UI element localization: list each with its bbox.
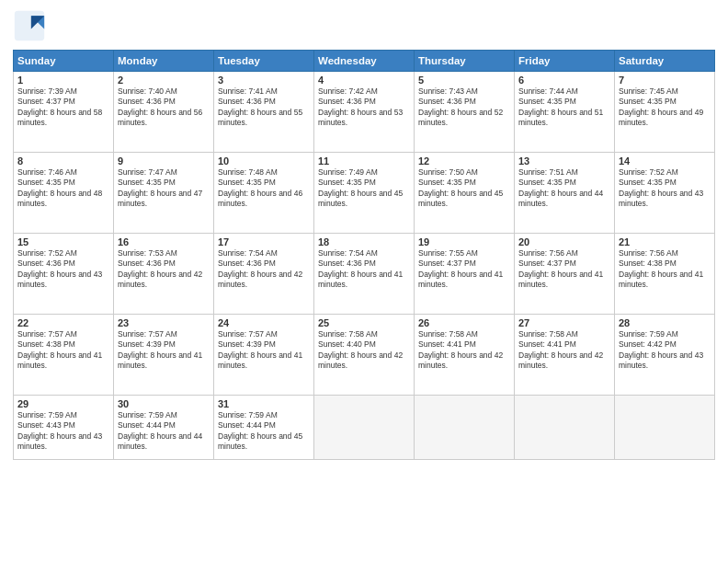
weekday-header-row: Sunday Monday Tuesday Wednesday Thursday…: [14, 51, 715, 72]
table-row: 28Sunrise: 7:59 AMSunset: 4:42 PMDayligh…: [615, 315, 715, 396]
day-info: Sunrise: 7:58 AMSunset: 4:41 PMDaylight:…: [418, 329, 510, 372]
table-row: 4Sunrise: 7:42 AMSunset: 4:36 PMDaylight…: [314, 72, 415, 153]
day-info: Sunrise: 7:59 AMSunset: 4:43 PMDaylight:…: [17, 410, 109, 453]
day-info: Sunrise: 7:47 AMSunset: 4:35 PMDaylight:…: [118, 167, 210, 210]
day-number: 27: [518, 317, 610, 328]
header-thursday: Thursday: [415, 51, 515, 72]
table-row: 26Sunrise: 7:58 AMSunset: 4:41 PMDayligh…: [415, 315, 515, 396]
calendar: Sunday Monday Tuesday Wednesday Thursday…: [13, 50, 715, 460]
header-wednesday: Wednesday: [314, 51, 415, 72]
day-info: Sunrise: 7:55 AMSunset: 4:37 PMDaylight:…: [418, 248, 510, 291]
day-number: 1: [17, 75, 109, 86]
day-number: 31: [218, 398, 310, 409]
table-row: 25Sunrise: 7:58 AMSunset: 4:40 PMDayligh…: [314, 315, 415, 396]
table-row: 21Sunrise: 7:56 AMSunset: 4:38 PMDayligh…: [615, 234, 715, 315]
table-row: 1Sunrise: 7:39 AMSunset: 4:37 PMDaylight…: [14, 72, 114, 153]
day-info: Sunrise: 7:46 AMSunset: 4:35 PMDaylight:…: [17, 167, 109, 210]
day-number: 25: [318, 317, 410, 328]
table-row: 20Sunrise: 7:56 AMSunset: 4:37 PMDayligh…: [515, 234, 615, 315]
logo: [13, 9, 51, 42]
header-saturday: Saturday: [615, 51, 715, 72]
day-info: Sunrise: 7:57 AMSunset: 4:39 PMDaylight:…: [118, 329, 210, 372]
day-info: Sunrise: 7:58 AMSunset: 4:41 PMDaylight:…: [518, 329, 610, 372]
day-number: 24: [218, 317, 310, 328]
table-row: 13Sunrise: 7:51 AMSunset: 4:35 PMDayligh…: [515, 153, 615, 234]
day-info: Sunrise: 7:53 AMSunset: 4:36 PMDaylight:…: [118, 248, 210, 291]
svg-rect-0: [15, 11, 44, 40]
day-info: Sunrise: 7:56 AMSunset: 4:37 PMDaylight:…: [518, 248, 610, 291]
table-row: 30Sunrise: 7:59 AMSunset: 4:44 PMDayligh…: [114, 396, 214, 460]
day-info: Sunrise: 7:56 AMSunset: 4:38 PMDaylight:…: [619, 248, 711, 291]
table-row: 24Sunrise: 7:57 AMSunset: 4:39 PMDayligh…: [214, 315, 314, 396]
day-info: Sunrise: 7:59 AMSunset: 4:44 PMDaylight:…: [118, 410, 210, 453]
day-number: 13: [518, 155, 610, 167]
day-number: 12: [418, 155, 510, 167]
day-number: 16: [118, 236, 210, 247]
table-row: 12Sunrise: 7:50 AMSunset: 4:35 PMDayligh…: [415, 153, 515, 234]
day-number: 2: [118, 75, 210, 86]
table-row: [615, 396, 715, 460]
day-info: Sunrise: 7:51 AMSunset: 4:35 PMDaylight:…: [518, 167, 610, 210]
day-info: Sunrise: 7:42 AMSunset: 4:36 PMDaylight:…: [318, 86, 410, 129]
day-number: 8: [17, 155, 109, 167]
table-row: 16Sunrise: 7:53 AMSunset: 4:36 PMDayligh…: [114, 234, 214, 315]
day-number: 30: [118, 398, 210, 409]
logo-icon: [13, 9, 46, 42]
table-row: 7Sunrise: 7:45 AMSunset: 4:35 PMDaylight…: [615, 72, 715, 153]
table-row: 17Sunrise: 7:54 AMSunset: 4:36 PMDayligh…: [214, 234, 314, 315]
day-info: Sunrise: 7:49 AMSunset: 4:35 PMDaylight:…: [318, 167, 410, 210]
table-row: [415, 396, 515, 460]
table-row: 9Sunrise: 7:47 AMSunset: 4:35 PMDaylight…: [114, 153, 214, 234]
table-row: 2Sunrise: 7:40 AMSunset: 4:36 PMDaylight…: [114, 72, 214, 153]
day-info: Sunrise: 7:58 AMSunset: 4:40 PMDaylight:…: [318, 329, 410, 372]
day-number: 22: [17, 317, 109, 328]
day-number: 17: [218, 236, 310, 247]
day-info: Sunrise: 7:59 AMSunset: 4:42 PMDaylight:…: [619, 329, 711, 372]
day-number: 14: [619, 155, 711, 167]
table-row: [515, 396, 615, 460]
day-info: Sunrise: 7:44 AMSunset: 4:35 PMDaylight:…: [518, 86, 610, 129]
day-info: Sunrise: 7:57 AMSunset: 4:39 PMDaylight:…: [218, 329, 310, 372]
table-row: 6Sunrise: 7:44 AMSunset: 4:35 PMDaylight…: [515, 72, 615, 153]
table-row: 11Sunrise: 7:49 AMSunset: 4:35 PMDayligh…: [314, 153, 415, 234]
day-info: Sunrise: 7:39 AMSunset: 4:37 PMDaylight:…: [17, 86, 109, 129]
day-number: 10: [218, 155, 310, 167]
day-info: Sunrise: 7:43 AMSunset: 4:36 PMDaylight:…: [418, 86, 510, 129]
header-sunday: Sunday: [14, 51, 114, 72]
day-info: Sunrise: 7:45 AMSunset: 4:35 PMDaylight:…: [619, 86, 711, 129]
table-row: 10Sunrise: 7:48 AMSunset: 4:35 PMDayligh…: [214, 153, 314, 234]
table-row: 15Sunrise: 7:52 AMSunset: 4:36 PMDayligh…: [14, 234, 114, 315]
day-number: 23: [118, 317, 210, 328]
day-number: 26: [418, 317, 510, 328]
day-info: Sunrise: 7:57 AMSunset: 4:38 PMDaylight:…: [17, 329, 109, 372]
day-number: 7: [619, 75, 711, 86]
day-number: 29: [17, 398, 109, 409]
table-row: 29Sunrise: 7:59 AMSunset: 4:43 PMDayligh…: [14, 396, 114, 460]
table-row: [314, 396, 415, 460]
day-number: 3: [218, 75, 310, 86]
day-info: Sunrise: 7:54 AMSunset: 4:36 PMDaylight:…: [218, 248, 310, 291]
day-number: 20: [518, 236, 610, 247]
table-row: 3Sunrise: 7:41 AMSunset: 4:36 PMDaylight…: [214, 72, 314, 153]
day-info: Sunrise: 7:40 AMSunset: 4:36 PMDaylight:…: [118, 86, 210, 129]
day-number: 11: [318, 155, 410, 167]
header: [13, 9, 715, 42]
day-number: 19: [418, 236, 510, 247]
table-row: 22Sunrise: 7:57 AMSunset: 4:38 PMDayligh…: [14, 315, 114, 396]
day-number: 18: [318, 236, 410, 247]
day-info: Sunrise: 7:54 AMSunset: 4:36 PMDaylight:…: [318, 248, 410, 291]
day-number: 15: [17, 236, 109, 247]
day-info: Sunrise: 7:52 AMSunset: 4:36 PMDaylight:…: [17, 248, 109, 291]
day-info: Sunrise: 7:52 AMSunset: 4:35 PMDaylight:…: [619, 167, 711, 210]
table-row: 27Sunrise: 7:58 AMSunset: 4:41 PMDayligh…: [515, 315, 615, 396]
table-row: 8Sunrise: 7:46 AMSunset: 4:35 PMDaylight…: [14, 153, 114, 234]
table-row: 14Sunrise: 7:52 AMSunset: 4:35 PMDayligh…: [615, 153, 715, 234]
header-friday: Friday: [515, 51, 615, 72]
page: Sunday Monday Tuesday Wednesday Thursday…: [0, 0, 728, 563]
table-row: 18Sunrise: 7:54 AMSunset: 4:36 PMDayligh…: [314, 234, 415, 315]
day-info: Sunrise: 7:41 AMSunset: 4:36 PMDaylight:…: [218, 86, 310, 129]
header-tuesday: Tuesday: [214, 51, 314, 72]
day-number: 28: [619, 317, 711, 328]
table-row: 5Sunrise: 7:43 AMSunset: 4:36 PMDaylight…: [415, 72, 515, 153]
day-number: 5: [418, 75, 510, 86]
